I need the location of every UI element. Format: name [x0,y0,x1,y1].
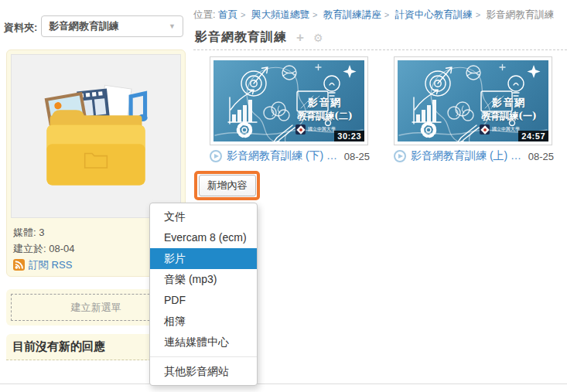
page-title-row: 影音網教育訓練 + ⚙ [195,29,323,46]
university-logo-text: 國立中興大學 [492,126,520,133]
breadcrumb-link-home[interactable]: 首頁 [218,9,237,20]
breadcrumb-separator: > [476,10,480,19]
breadcrumb-link-channels[interactable]: 興大頻道總覽 [251,9,309,20]
rss-link[interactable]: 訂閱 RSS [29,257,72,273]
click-annotation: 新增內容 [194,171,260,200]
folder-image [11,54,181,218]
menu-divider [150,356,257,357]
play-icon[interactable] [210,150,222,162]
video-thumbnail-frame[interactable]: 影音網 教育訓練(二) 國立中興大學 30:23 [210,56,368,145]
breadcrumb-link-center-training[interactable]: 計資中心教育訓練 [395,9,473,20]
video-card: 影音網 教育訓練(一) 國立中興大學 24:57 影音網教育訓練 (上) … 0… [394,56,554,163]
folder-label: 資料夾: [4,21,37,35]
menu-item-video[interactable]: 影片 [150,248,257,269]
folder-select[interactable]: 影音網教育訓練 ▼ [41,15,183,37]
add-content-button[interactable]: 新增內容 [199,175,256,196]
breadcrumb-prefix: 位置: [193,9,215,20]
menu-item-other-video-sites[interactable]: 其他影音網站 [150,361,257,382]
university-logo-icon [480,124,490,135]
breadcrumb-separator: > [241,10,245,19]
title-divider [193,49,567,50]
gear-icon[interactable]: ⚙ [313,32,323,44]
chevron-down-icon: ▼ [169,22,176,30]
video-date: 08-25 [528,151,554,162]
menu-item-document[interactable]: 文件 [150,206,257,227]
video-thumbnail[interactable]: 影音網 教育訓練(二) 國立中興大學 30:23 [213,60,364,141]
video-caption: 影音網教育訓練 (上) … 08-25 [394,149,554,163]
breadcrumb: 位置: 首頁> 興大頻道總覽> 教育訓練講座> 計資中心教育訓練> 影音網教育訓… [193,9,554,22]
video-title-link[interactable]: 影音網教育訓練 (下) … [227,149,340,163]
rss-icon [13,259,25,271]
folder-select-value: 影音網教育訓練 [49,19,119,33]
folder-icon [32,80,159,192]
duration-badge: 24:57 [518,131,548,141]
breadcrumb-separator: > [384,10,389,19]
university-logo-row: 國立中興大學 [295,124,336,135]
breadcrumb-current: 影音網教育訓練 [487,9,555,20]
menu-item-music[interactable]: 音樂 (mp3) [150,269,257,290]
page: 位置: 首頁> 興大頻道總覽> 教育訓練講座> 計資中心教育訓練> 影音網教育訓… [0,0,567,392]
thumbnail-overlay-title: 影音網 教育訓練(二) [288,96,362,123]
page-title: 影音網教育訓練 [195,29,287,46]
university-logo-icon [295,124,306,135]
menu-item-album[interactable]: 相簿 [150,311,257,332]
add-content-menu: 文件 Evercam 8 (ecm) 影片 音樂 (mp3) PDF 相簿 連結… [149,203,258,386]
page-bottom-divider [0,383,567,384]
menu-item-link-media-center[interactable]: 連結媒體中心 [150,332,257,353]
breadcrumb-separator: > [313,10,317,19]
menu-item-pdf[interactable]: PDF [150,290,257,311]
menu-item-evercam[interactable]: Evercam 8 (ecm) [150,227,257,248]
video-thumbnail-frame[interactable]: 影音網 教育訓練(一) 國立中興大學 24:57 [394,56,552,145]
duration-badge: 30:23 [334,131,364,141]
university-logo-text: 國立中興大學 [308,126,336,133]
video-thumbnail[interactable]: 影音網 教育訓練(一) 國立中興大學 24:57 [398,60,548,141]
video-card: 影音網 教育訓練(二) 國立中興大學 30:23 影音網教育訓練 (下) … 0… [210,56,370,163]
video-caption: 影音網教育訓練 (下) … 08-25 [210,149,370,163]
add-icon[interactable]: + [296,30,304,46]
breadcrumb-link-lectures[interactable]: 教育訓練講座 [323,9,381,20]
video-title-link[interactable]: 影音網教育訓練 (上) … [411,149,524,163]
no-replies-heading: 目前沒有新的回應 [12,339,105,353]
video-date: 08-25 [344,151,370,162]
university-logo-row: 國立中興大學 [480,124,520,135]
play-icon[interactable] [394,150,406,162]
thumbnail-overlay-title: 影音網 教育訓練(一) [472,96,546,123]
